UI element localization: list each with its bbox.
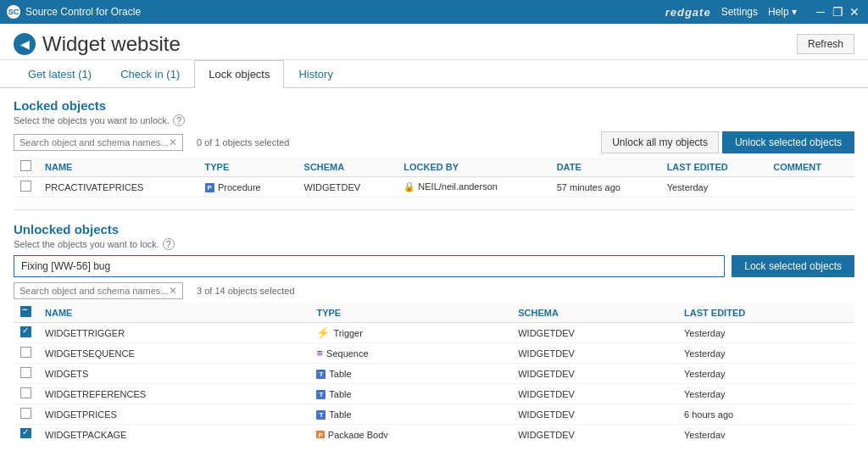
unlocked-search-box: ✕ — [14, 282, 183, 299]
unlocked-row-schema-5: WIDGETDEV — [511, 425, 677, 439]
close-button[interactable]: ✕ — [848, 5, 861, 19]
title-bar-left: SC Source Control for Oracle — [7, 5, 141, 19]
minimize-button[interactable]: ─ — [814, 5, 827, 19]
locked-select-all-checkbox[interactable] — [20, 160, 31, 171]
locked-actions: Unlock all my objects Unlock selected ob… — [601, 131, 854, 153]
main-content: ◀ Widget website Refresh Get latest (1) … — [0, 24, 868, 462]
locked-selection-count: 0 of 1 objects selected — [197, 137, 289, 148]
package-icon: P — [316, 431, 324, 438]
unlocked-selection-count: 3 of 14 objects selected — [197, 286, 295, 296]
tab-lock-objects[interactable]: Lock objects — [194, 60, 284, 88]
unlocked-row-type-1: ≡Sequence — [309, 343, 511, 364]
unlocked-col-schema: SCHEMA — [511, 303, 677, 323]
unlocked-row-type-0: ⚡Trigger — [309, 323, 511, 343]
unlocked-row-schema-1: WIDGETDEV — [511, 343, 677, 364]
comment-input[interactable] — [14, 255, 725, 277]
unlocked-row-type-3: TTable — [309, 384, 511, 404]
tab-history[interactable]: History — [284, 60, 347, 88]
locked-row-last-edited-0: Yesterday — [660, 177, 767, 198]
locked-help-icon[interactable]: ? — [173, 114, 185, 126]
locked-table: NAME TYPE SCHEMA LOCKED BY DATE LAST EDI… — [14, 157, 854, 198]
unlocked-objects-section: Unlocked objects Select the objects you … — [14, 222, 854, 438]
unlocked-row-checkbox-0[interactable] — [20, 326, 31, 337]
locked-objects-section: Locked objects Select the objects you wa… — [14, 98, 854, 198]
tab-get-latest[interactable]: Get latest (1) — [14, 60, 106, 88]
section-divider — [14, 209, 854, 210]
table-row: WIDGETS TTable WIDGETDEV Yesterday — [14, 364, 854, 384]
locked-col-date: DATE — [550, 157, 660, 177]
back-button[interactable]: ◀ — [14, 33, 36, 55]
unlocked-row-checkbox-4[interactable] — [20, 408, 31, 419]
locked-row-schema-0: WIDGETDEV — [298, 177, 398, 198]
unlocked-row-schema-4: WIDGETDEV — [511, 404, 677, 425]
redgate-logo: redgate — [665, 6, 711, 19]
locked-section-title: Locked objects — [14, 98, 854, 113]
unlocked-row-last-edited-3: Yesterday — [677, 384, 854, 404]
unlocked-row-last-edited-2: Yesterday — [677, 364, 854, 384]
table-row: WIDGETPRICES TTable WIDGETDEV 6 hours ag… — [14, 404, 854, 425]
table-row: PRCACTIVATEPRICES P Procedure WIDGETDEV … — [14, 177, 854, 198]
table-row: WIDGETTRIGGER ⚡Trigger WIDGETDEV Yesterd… — [14, 323, 854, 343]
table-icon: T — [316, 370, 326, 379]
locked-section-subtitle: Select the objects you want to unlock. ? — [14, 114, 854, 126]
unlocked-row-schema-3: WIDGETDEV — [511, 384, 677, 404]
unlocked-section-title: Unlocked objects — [14, 222, 854, 237]
unlocked-row-last-edited-0: Yesterday — [677, 323, 854, 343]
settings-link[interactable]: Settings — [721, 6, 758, 18]
unlocked-row-type-5: PPackage Body — [309, 425, 511, 439]
unlocked-search-input[interactable] — [19, 286, 169, 296]
tab-bar: Get latest (1) Check in (1) Lock objects… — [0, 60, 868, 88]
unlocked-row-name-0: WIDGETTRIGGER — [38, 323, 309, 343]
locked-row-date-0: 57 minutes ago — [550, 177, 660, 198]
locked-col-locked-by: LOCKED BY — [397, 157, 549, 177]
sequence-icon: ≡ — [316, 347, 323, 359]
app-logo: SC — [7, 5, 20, 19]
trigger-icon: ⚡ — [316, 326, 330, 339]
title-bar-right: redgate Settings Help ▾ ─ ❐ ✕ — [665, 5, 861, 19]
unlocked-row-name-5: WIDGETPACKAGE — [38, 425, 309, 439]
tab-check-in[interactable]: Check in (1) — [106, 60, 194, 88]
page-title: Widget website — [42, 32, 181, 56]
unlocked-row-checkbox-5[interactable] — [20, 428, 31, 438]
restore-button[interactable]: ❐ — [831, 5, 844, 19]
unlocked-row-last-edited-1: Yesterday — [677, 343, 854, 364]
table-icon: T — [316, 390, 326, 399]
unlocked-row-name-4: WIDGETPRICES — [38, 404, 309, 425]
locked-search-input[interactable] — [19, 137, 169, 148]
unlocked-row-schema-0: WIDGETDEV — [511, 323, 677, 343]
unlock-selected-button[interactable]: Unlock selected objects — [722, 131, 854, 153]
lock-selected-button[interactable]: Lock selected objects — [732, 255, 854, 277]
unlocked-section-subtitle: Select the objects you want to lock. ? — [14, 238, 854, 250]
window-controls: ─ ❐ ✕ — [814, 5, 861, 19]
unlocked-col-name: NAME — [38, 303, 309, 323]
unlocked-col-type: TYPE — [309, 303, 511, 323]
table-row: WIDGETSEQUENCE ≡Sequence WIDGETDEV Yeste… — [14, 343, 854, 364]
locked-search-clear[interactable]: ✕ — [169, 136, 177, 148]
lock-icon: 🔒 — [403, 181, 415, 192]
locked-search-box: ✕ — [14, 134, 183, 151]
unlocked-row-type-4: TTable — [309, 404, 511, 425]
unlocked-row-schema-2: WIDGETDEV — [511, 364, 677, 384]
unlocked-row-checkbox-1[interactable] — [20, 347, 31, 358]
unlocked-row-name-3: WIDGETREFERENCES — [38, 384, 309, 404]
unlocked-search-clear[interactable]: ✕ — [169, 285, 177, 297]
locked-col-type: TYPE — [198, 157, 298, 177]
locked-toolbar: ✕ 0 of 1 objects selected Unlock all my … — [14, 131, 854, 153]
unlocked-row-checkbox-3[interactable] — [20, 387, 31, 398]
unlocked-help-icon[interactable]: ? — [163, 238, 175, 250]
refresh-button[interactable]: Refresh — [797, 34, 854, 54]
locked-row-checkbox-0[interactable] — [20, 181, 31, 192]
table-row: WIDGETREFERENCES TTable WIDGETDEV Yester… — [14, 384, 854, 404]
unlocked-row-name-2: WIDGETS — [38, 364, 309, 384]
locked-row-name-0: PRCACTIVATEPRICES — [38, 177, 198, 198]
unlocked-row-type-2: TTable — [309, 364, 511, 384]
locked-row-comment-0 — [766, 177, 854, 198]
unlocked-row-last-edited-4: 6 hours ago — [677, 404, 854, 425]
locked-row-type-0: P Procedure — [198, 177, 298, 198]
unlock-all-button[interactable]: Unlock all my objects — [601, 131, 719, 153]
unlocked-select-all-checkbox[interactable] — [20, 306, 31, 317]
unlocked-row-checkbox-2[interactable] — [20, 367, 31, 378]
locked-col-name: NAME — [38, 157, 198, 177]
unlocked-col-last-edited: LAST EDITED — [677, 303, 854, 323]
help-link[interactable]: Help ▾ — [768, 6, 797, 18]
